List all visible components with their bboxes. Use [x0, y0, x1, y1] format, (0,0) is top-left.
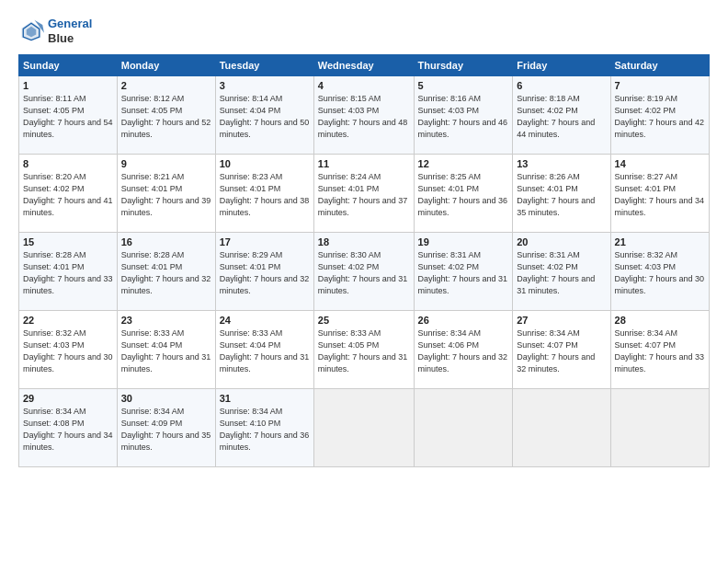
- calendar-week-5: 29 Sunrise: 8:34 AMSunset: 4:08 PMDaylig…: [19, 389, 710, 467]
- calendar-cell: 29 Sunrise: 8:34 AMSunset: 4:08 PMDaylig…: [19, 389, 118, 467]
- day-number: 15: [23, 236, 113, 247]
- day-info: Sunrise: 8:28 AMSunset: 4:01 PMDaylight:…: [23, 249, 113, 297]
- calendar-cell: [610, 389, 709, 467]
- calendar-cell: 26 Sunrise: 8:34 AMSunset: 4:06 PMDaylig…: [414, 311, 513, 389]
- calendar-cell: 11 Sunrise: 8:24 AMSunset: 4:01 PMDaylig…: [313, 155, 414, 233]
- calendar-cell: 16 Sunrise: 8:28 AMSunset: 4:01 PMDaylig…: [117, 233, 215, 311]
- day-number: 29: [23, 393, 113, 404]
- day-number: 20: [517, 236, 606, 247]
- day-number: 31: [220, 393, 310, 404]
- day-number: 10: [220, 158, 310, 169]
- day-number: 16: [121, 236, 211, 247]
- day-number: 9: [121, 158, 211, 169]
- day-number: 14: [615, 158, 705, 169]
- day-info: Sunrise: 8:34 AMSunset: 4:10 PMDaylight:…: [220, 406, 310, 454]
- calendar-cell: 8 Sunrise: 8:20 AMSunset: 4:02 PMDayligh…: [19, 155, 118, 233]
- calendar-header: SundayMondayTuesdayWednesdayThursdayFrid…: [19, 55, 710, 76]
- day-number: 27: [517, 315, 606, 326]
- day-info: Sunrise: 8:33 AMSunset: 4:04 PMDaylight:…: [220, 327, 310, 375]
- day-info: Sunrise: 8:32 AMSunset: 4:03 PMDaylight:…: [23, 327, 113, 375]
- day-number: 23: [121, 315, 211, 326]
- day-info: Sunrise: 8:24 AMSunset: 4:01 PMDaylight:…: [318, 171, 410, 219]
- calendar-cell: 30 Sunrise: 8:34 AMSunset: 4:09 PMDaylig…: [117, 389, 215, 467]
- calendar-cell: 14 Sunrise: 8:27 AMSunset: 4:01 PMDaylig…: [610, 155, 709, 233]
- calendar-cell: 22 Sunrise: 8:32 AMSunset: 4:03 PMDaylig…: [19, 311, 118, 389]
- day-info: Sunrise: 8:23 AMSunset: 4:01 PMDaylight:…: [220, 171, 310, 219]
- day-number: 17: [220, 236, 310, 247]
- day-info: Sunrise: 8:32 AMSunset: 4:03 PMDaylight:…: [615, 249, 705, 297]
- day-info: Sunrise: 8:34 AMSunset: 4:06 PMDaylight:…: [418, 327, 509, 375]
- calendar-cell: [414, 389, 513, 467]
- day-header-tuesday: Tuesday: [215, 55, 313, 76]
- day-info: Sunrise: 8:33 AMSunset: 4:04 PMDaylight:…: [121, 327, 211, 375]
- day-header-friday: Friday: [513, 55, 610, 76]
- calendar-cell: 1 Sunrise: 8:11 AMSunset: 4:05 PMDayligh…: [19, 76, 118, 155]
- calendar-cell: 20 Sunrise: 8:31 AMSunset: 4:02 PMDaylig…: [513, 233, 610, 311]
- calendar-table: SundayMondayTuesdayWednesdayThursdayFrid…: [18, 54, 710, 467]
- day-header-sunday: Sunday: [19, 55, 118, 76]
- calendar-cell: 2 Sunrise: 8:12 AMSunset: 4:05 PMDayligh…: [117, 76, 215, 155]
- calendar-cell: 5 Sunrise: 8:16 AMSunset: 4:03 PMDayligh…: [414, 76, 513, 155]
- day-number: 4: [318, 80, 410, 91]
- logo-text: GeneralBlue: [48, 17, 92, 45]
- day-info: Sunrise: 8:28 AMSunset: 4:01 PMDaylight:…: [121, 249, 211, 297]
- day-number: 1: [23, 80, 113, 91]
- day-info: Sunrise: 8:34 AMSunset: 4:07 PMDaylight:…: [517, 327, 606, 375]
- calendar-cell: 21 Sunrise: 8:32 AMSunset: 4:03 PMDaylig…: [610, 233, 709, 311]
- day-info: Sunrise: 8:33 AMSunset: 4:05 PMDaylight:…: [318, 327, 410, 375]
- day-info: Sunrise: 8:34 AMSunset: 4:07 PMDaylight:…: [615, 327, 705, 375]
- calendar-cell: 10 Sunrise: 8:23 AMSunset: 4:01 PMDaylig…: [215, 155, 313, 233]
- calendar-week-4: 22 Sunrise: 8:32 AMSunset: 4:03 PMDaylig…: [19, 311, 710, 389]
- calendar-cell: 17 Sunrise: 8:29 AMSunset: 4:01 PMDaylig…: [215, 233, 313, 311]
- day-number: 19: [418, 236, 509, 247]
- day-number: 25: [318, 315, 410, 326]
- day-number: 6: [517, 80, 606, 91]
- calendar-cell: 19 Sunrise: 8:31 AMSunset: 4:02 PMDaylig…: [414, 233, 513, 311]
- day-number: 8: [23, 158, 113, 169]
- day-info: Sunrise: 8:11 AMSunset: 4:05 PMDaylight:…: [23, 93, 113, 141]
- calendar-cell: 12 Sunrise: 8:25 AMSunset: 4:01 PMDaylig…: [414, 155, 513, 233]
- calendar-cell: 6 Sunrise: 8:18 AMSunset: 4:02 PMDayligh…: [513, 76, 610, 155]
- day-number: 24: [220, 315, 310, 326]
- calendar-cell: 3 Sunrise: 8:14 AMSunset: 4:04 PMDayligh…: [215, 76, 313, 155]
- page-header: GeneralBlue: [18, 17, 710, 45]
- calendar-cell: 18 Sunrise: 8:30 AMSunset: 4:02 PMDaylig…: [313, 233, 414, 311]
- day-header-saturday: Saturday: [610, 55, 709, 76]
- calendar-cell: 23 Sunrise: 8:33 AMSunset: 4:04 PMDaylig…: [117, 311, 215, 389]
- day-number: 18: [318, 236, 410, 247]
- day-info: Sunrise: 8:29 AMSunset: 4:01 PMDaylight:…: [220, 249, 310, 297]
- day-header-thursday: Thursday: [414, 55, 513, 76]
- calendar-cell: 13 Sunrise: 8:26 AMSunset: 4:01 PMDaylig…: [513, 155, 610, 233]
- day-number: 21: [615, 236, 705, 247]
- day-info: Sunrise: 8:31 AMSunset: 4:02 PMDaylight:…: [517, 249, 606, 297]
- day-header-monday: Monday: [117, 55, 215, 76]
- day-number: 5: [418, 80, 509, 91]
- day-info: Sunrise: 8:19 AMSunset: 4:02 PMDaylight:…: [615, 93, 705, 141]
- day-info: Sunrise: 8:26 AMSunset: 4:01 PMDaylight:…: [517, 171, 606, 219]
- calendar-cell: 24 Sunrise: 8:33 AMSunset: 4:04 PMDaylig…: [215, 311, 313, 389]
- calendar-week-3: 15 Sunrise: 8:28 AMSunset: 4:01 PMDaylig…: [19, 233, 710, 311]
- day-info: Sunrise: 8:34 AMSunset: 4:08 PMDaylight:…: [23, 406, 113, 454]
- calendar-cell: 31 Sunrise: 8:34 AMSunset: 4:10 PMDaylig…: [215, 389, 313, 467]
- calendar-cell: 27 Sunrise: 8:34 AMSunset: 4:07 PMDaylig…: [513, 311, 610, 389]
- calendar-cell: 15 Sunrise: 8:28 AMSunset: 4:01 PMDaylig…: [19, 233, 118, 311]
- day-info: Sunrise: 8:21 AMSunset: 4:01 PMDaylight:…: [121, 171, 211, 219]
- day-number: 13: [517, 158, 606, 169]
- calendar-cell: [313, 389, 414, 467]
- day-number: 28: [615, 315, 705, 326]
- day-info: Sunrise: 8:20 AMSunset: 4:02 PMDaylight:…: [23, 171, 113, 219]
- logo: GeneralBlue: [18, 17, 92, 45]
- day-number: 12: [418, 158, 509, 169]
- day-number: 11: [318, 158, 410, 169]
- calendar-cell: 9 Sunrise: 8:21 AMSunset: 4:01 PMDayligh…: [117, 155, 215, 233]
- calendar-week-1: 1 Sunrise: 8:11 AMSunset: 4:05 PMDayligh…: [19, 76, 710, 155]
- day-info: Sunrise: 8:34 AMSunset: 4:09 PMDaylight:…: [121, 406, 211, 454]
- day-header-wednesday: Wednesday: [313, 55, 414, 76]
- day-number: 3: [220, 80, 310, 91]
- day-info: Sunrise: 8:18 AMSunset: 4:02 PMDaylight:…: [517, 93, 606, 141]
- calendar-cell: 28 Sunrise: 8:34 AMSunset: 4:07 PMDaylig…: [610, 311, 709, 389]
- day-info: Sunrise: 8:12 AMSunset: 4:05 PMDaylight:…: [121, 93, 211, 141]
- day-info: Sunrise: 8:31 AMSunset: 4:02 PMDaylight:…: [418, 249, 509, 297]
- calendar-week-2: 8 Sunrise: 8:20 AMSunset: 4:02 PMDayligh…: [19, 155, 710, 233]
- day-info: Sunrise: 8:16 AMSunset: 4:03 PMDaylight:…: [418, 93, 509, 141]
